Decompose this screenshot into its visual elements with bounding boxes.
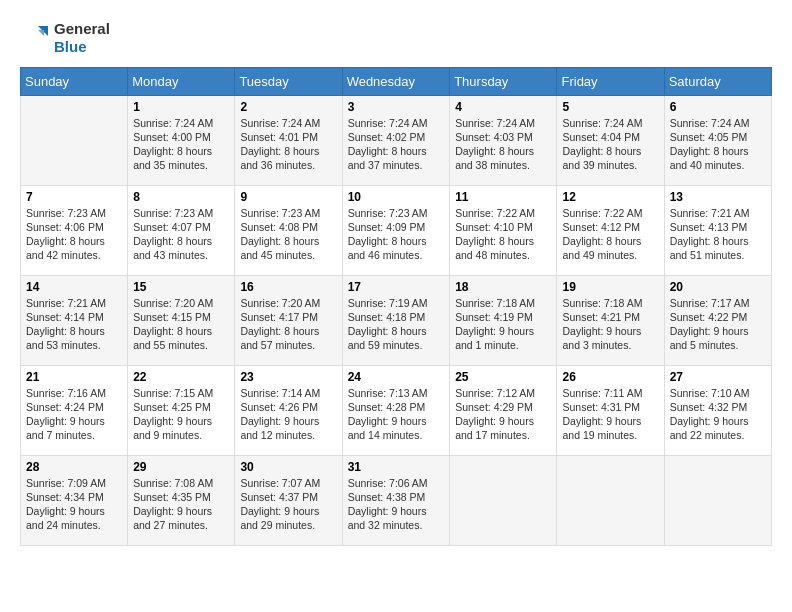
day-info: Sunrise: 7:15 AMSunset: 4:25 PMDaylight:… [133, 386, 229, 443]
day-info: Sunrise: 7:13 AMSunset: 4:28 PMDaylight:… [348, 386, 445, 443]
day-info: Sunrise: 7:09 AMSunset: 4:34 PMDaylight:… [26, 476, 122, 533]
day-cell: 20Sunrise: 7:17 AMSunset: 4:22 PMDayligh… [664, 275, 771, 365]
day-cell: 18Sunrise: 7:18 AMSunset: 4:19 PMDayligh… [450, 275, 557, 365]
logo-general: General [54, 20, 110, 37]
day-cell: 21Sunrise: 7:16 AMSunset: 4:24 PMDayligh… [21, 365, 128, 455]
day-number: 10 [348, 190, 445, 204]
logo-icon [20, 22, 52, 54]
day-info: Sunrise: 7:21 AMSunset: 4:13 PMDaylight:… [670, 206, 766, 263]
day-cell: 10Sunrise: 7:23 AMSunset: 4:09 PMDayligh… [342, 185, 450, 275]
day-number: 23 [240, 370, 336, 384]
day-number: 30 [240, 460, 336, 474]
day-info: Sunrise: 7:19 AMSunset: 4:18 PMDaylight:… [348, 296, 445, 353]
day-info: Sunrise: 7:11 AMSunset: 4:31 PMDaylight:… [562, 386, 658, 443]
day-info: Sunrise: 7:20 AMSunset: 4:17 PMDaylight:… [240, 296, 336, 353]
day-info: Sunrise: 7:17 AMSunset: 4:22 PMDaylight:… [670, 296, 766, 353]
day-number: 11 [455, 190, 551, 204]
day-info: Sunrise: 7:14 AMSunset: 4:26 PMDaylight:… [240, 386, 336, 443]
day-number: 19 [562, 280, 658, 294]
week-row-2: 7Sunrise: 7:23 AMSunset: 4:06 PMDaylight… [21, 185, 772, 275]
day-number: 13 [670, 190, 766, 204]
day-number: 27 [670, 370, 766, 384]
day-info: Sunrise: 7:23 AMSunset: 4:09 PMDaylight:… [348, 206, 445, 263]
svg-marker-2 [38, 30, 44, 36]
header-row: SundayMondayTuesdayWednesdayThursdayFrid… [21, 67, 772, 95]
day-info: Sunrise: 7:22 AMSunset: 4:10 PMDaylight:… [455, 206, 551, 263]
day-cell: 8Sunrise: 7:23 AMSunset: 4:07 PMDaylight… [128, 185, 235, 275]
day-info: Sunrise: 7:10 AMSunset: 4:32 PMDaylight:… [670, 386, 766, 443]
day-cell: 9Sunrise: 7:23 AMSunset: 4:08 PMDaylight… [235, 185, 342, 275]
page-header: General Blue [20, 20, 772, 57]
day-info: Sunrise: 7:18 AMSunset: 4:21 PMDaylight:… [562, 296, 658, 353]
day-cell [450, 455, 557, 545]
col-header-wednesday: Wednesday [342, 67, 450, 95]
day-number: 3 [348, 100, 445, 114]
day-cell: 22Sunrise: 7:15 AMSunset: 4:25 PMDayligh… [128, 365, 235, 455]
day-info: Sunrise: 7:20 AMSunset: 4:15 PMDaylight:… [133, 296, 229, 353]
day-cell: 26Sunrise: 7:11 AMSunset: 4:31 PMDayligh… [557, 365, 664, 455]
day-number: 12 [562, 190, 658, 204]
day-number: 21 [26, 370, 122, 384]
day-cell: 12Sunrise: 7:22 AMSunset: 4:12 PMDayligh… [557, 185, 664, 275]
day-info: Sunrise: 7:07 AMSunset: 4:37 PMDaylight:… [240, 476, 336, 533]
day-info: Sunrise: 7:23 AMSunset: 4:06 PMDaylight:… [26, 206, 122, 263]
col-header-monday: Monday [128, 67, 235, 95]
day-number: 31 [348, 460, 445, 474]
day-cell: 15Sunrise: 7:20 AMSunset: 4:15 PMDayligh… [128, 275, 235, 365]
day-number: 7 [26, 190, 122, 204]
day-cell: 14Sunrise: 7:21 AMSunset: 4:14 PMDayligh… [21, 275, 128, 365]
day-info: Sunrise: 7:24 AMSunset: 4:04 PMDaylight:… [562, 116, 658, 173]
day-cell [557, 455, 664, 545]
week-row-1: 1Sunrise: 7:24 AMSunset: 4:00 PMDaylight… [21, 95, 772, 185]
day-cell: 6Sunrise: 7:24 AMSunset: 4:05 PMDaylight… [664, 95, 771, 185]
day-number: 28 [26, 460, 122, 474]
day-cell: 13Sunrise: 7:21 AMSunset: 4:13 PMDayligh… [664, 185, 771, 275]
day-number: 6 [670, 100, 766, 114]
week-row-4: 21Sunrise: 7:16 AMSunset: 4:24 PMDayligh… [21, 365, 772, 455]
day-number: 4 [455, 100, 551, 114]
day-info: Sunrise: 7:16 AMSunset: 4:24 PMDaylight:… [26, 386, 122, 443]
day-info: Sunrise: 7:22 AMSunset: 4:12 PMDaylight:… [562, 206, 658, 263]
day-info: Sunrise: 7:24 AMSunset: 4:02 PMDaylight:… [348, 116, 445, 173]
day-cell: 29Sunrise: 7:08 AMSunset: 4:35 PMDayligh… [128, 455, 235, 545]
col-header-thursday: Thursday [450, 67, 557, 95]
col-header-sunday: Sunday [21, 67, 128, 95]
day-cell: 17Sunrise: 7:19 AMSunset: 4:18 PMDayligh… [342, 275, 450, 365]
day-cell: 11Sunrise: 7:22 AMSunset: 4:10 PMDayligh… [450, 185, 557, 275]
day-cell: 23Sunrise: 7:14 AMSunset: 4:26 PMDayligh… [235, 365, 342, 455]
day-cell: 30Sunrise: 7:07 AMSunset: 4:37 PMDayligh… [235, 455, 342, 545]
day-number: 26 [562, 370, 658, 384]
day-info: Sunrise: 7:24 AMSunset: 4:03 PMDaylight:… [455, 116, 551, 173]
day-cell: 25Sunrise: 7:12 AMSunset: 4:29 PMDayligh… [450, 365, 557, 455]
day-cell: 5Sunrise: 7:24 AMSunset: 4:04 PMDaylight… [557, 95, 664, 185]
day-number: 16 [240, 280, 336, 294]
day-cell [21, 95, 128, 185]
day-number: 1 [133, 100, 229, 114]
day-number: 17 [348, 280, 445, 294]
day-cell: 16Sunrise: 7:20 AMSunset: 4:17 PMDayligh… [235, 275, 342, 365]
day-info: Sunrise: 7:24 AMSunset: 4:01 PMDaylight:… [240, 116, 336, 173]
day-info: Sunrise: 7:08 AMSunset: 4:35 PMDaylight:… [133, 476, 229, 533]
day-number: 20 [670, 280, 766, 294]
week-row-5: 28Sunrise: 7:09 AMSunset: 4:34 PMDayligh… [21, 455, 772, 545]
week-row-3: 14Sunrise: 7:21 AMSunset: 4:14 PMDayligh… [21, 275, 772, 365]
day-cell: 24Sunrise: 7:13 AMSunset: 4:28 PMDayligh… [342, 365, 450, 455]
day-info: Sunrise: 7:23 AMSunset: 4:08 PMDaylight:… [240, 206, 336, 263]
day-number: 8 [133, 190, 229, 204]
day-number: 29 [133, 460, 229, 474]
day-number: 25 [455, 370, 551, 384]
col-header-tuesday: Tuesday [235, 67, 342, 95]
day-cell: 3Sunrise: 7:24 AMSunset: 4:02 PMDaylight… [342, 95, 450, 185]
day-number: 5 [562, 100, 658, 114]
day-cell: 19Sunrise: 7:18 AMSunset: 4:21 PMDayligh… [557, 275, 664, 365]
day-number: 9 [240, 190, 336, 204]
col-header-saturday: Saturday [664, 67, 771, 95]
day-number: 18 [455, 280, 551, 294]
day-info: Sunrise: 7:24 AMSunset: 4:05 PMDaylight:… [670, 116, 766, 173]
day-info: Sunrise: 7:06 AMSunset: 4:38 PMDaylight:… [348, 476, 445, 533]
day-number: 14 [26, 280, 122, 294]
day-cell: 27Sunrise: 7:10 AMSunset: 4:32 PMDayligh… [664, 365, 771, 455]
day-info: Sunrise: 7:18 AMSunset: 4:19 PMDaylight:… [455, 296, 551, 353]
day-info: Sunrise: 7:12 AMSunset: 4:29 PMDaylight:… [455, 386, 551, 443]
day-cell: 2Sunrise: 7:24 AMSunset: 4:01 PMDaylight… [235, 95, 342, 185]
